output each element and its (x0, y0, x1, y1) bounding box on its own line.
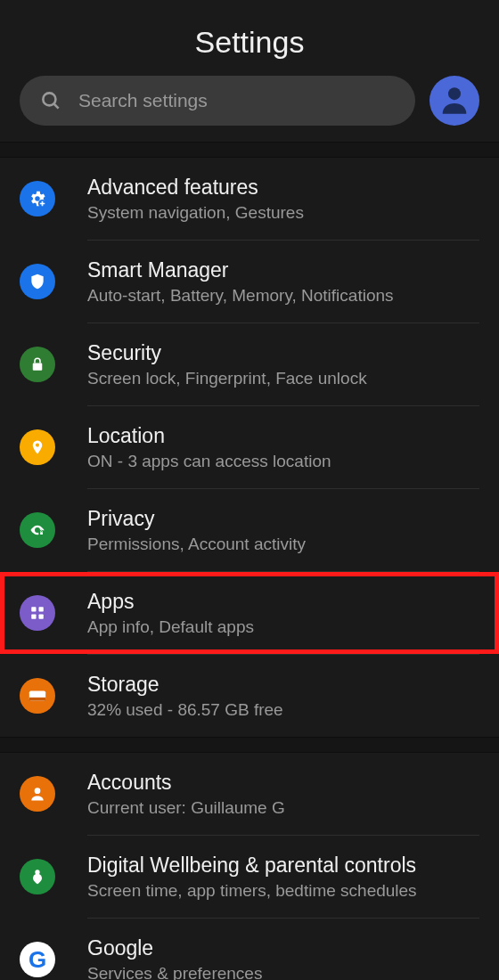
settings-item-accounts[interactable]: Accounts Current user: Guillaume G (0, 753, 499, 835)
row-text: Security Screen lock, Fingerprint, Face … (87, 341, 479, 388)
svg-rect-12 (29, 698, 45, 701)
row-subtitle: Screen time, app timers, bedtime schedul… (87, 881, 479, 901)
svg-rect-10 (39, 615, 44, 619)
row-text: Privacy Permissions, Account activity (87, 507, 479, 554)
settings-item-location[interactable]: Location ON - 3 apps can access location (0, 406, 499, 488)
row-text: Apps App info, Default apps (87, 590, 479, 637)
settings-item-storage[interactable]: Storage 32% used - 86.57 GB free (0, 655, 499, 737)
location-pin-icon (20, 429, 55, 465)
search-placeholder: Search settings (78, 90, 208, 111)
group-separator (0, 737, 499, 753)
row-subtitle: Services & preferences (87, 964, 479, 981)
row-text: Smart Manager Auto-start, Battery, Memor… (87, 258, 479, 306)
row-subtitle: ON - 3 apps can access location (87, 452, 479, 471)
row-title: Digital Wellbeing & parental controls (87, 853, 479, 878)
group-separator (0, 142, 499, 158)
settings-item-apps[interactable]: Apps App info, Default apps (0, 572, 499, 654)
svg-line-1 (53, 103, 58, 108)
wellbeing-icon (20, 859, 55, 894)
search-row: Search settings (0, 76, 499, 142)
settings-item-privacy[interactable]: Privacy Permissions, Account activity (0, 489, 499, 571)
row-subtitle: Current user: Guillaume G (87, 798, 479, 818)
svg-rect-8 (39, 607, 44, 611)
row-subtitle: Auto-start, Battery, Memory, Notificatio… (87, 286, 479, 306)
svg-point-2 (448, 87, 461, 100)
eye-lock-icon (20, 512, 55, 548)
header: Settings (0, 0, 499, 76)
row-title: Security (87, 341, 479, 365)
settings-item-smart-manager[interactable]: Smart Manager Auto-start, Battery, Memor… (0, 241, 499, 323)
row-text: Accounts Current user: Guillaume G (87, 771, 479, 818)
person-icon (437, 81, 472, 120)
row-subtitle: Permissions, Account activity (87, 535, 479, 554)
row-subtitle: System navigation, Gestures (87, 203, 479, 223)
svg-rect-6 (40, 532, 43, 535)
svg-rect-7 (31, 607, 36, 611)
svg-point-13 (35, 788, 41, 794)
settings-item-google[interactable]: G Google Services & preferences (0, 919, 499, 980)
row-text: Digital Wellbeing & parental controls Sc… (87, 853, 479, 901)
row-subtitle: App info, Default apps (87, 617, 479, 637)
apps-grid-icon (20, 595, 55, 631)
row-text: Google Services & preferences (87, 936, 479, 981)
row-title: Google (87, 936, 479, 960)
shield-icon (20, 264, 55, 299)
row-title: Accounts (87, 771, 479, 795)
row-title: Advanced features (87, 176, 479, 200)
row-title: Storage (87, 673, 479, 697)
row-subtitle: Screen lock, Fingerprint, Face unlock (87, 369, 479, 388)
gear-plus-icon (20, 181, 55, 216)
svg-rect-9 (31, 615, 36, 619)
row-title: Apps (87, 590, 479, 614)
row-text: Storage 32% used - 86.57 GB free (87, 673, 479, 720)
page-title: Settings (0, 25, 499, 60)
row-subtitle: 32% used - 86.57 GB free (87, 700, 479, 720)
settings-item-security[interactable]: Security Screen lock, Fingerprint, Face … (0, 323, 499, 405)
row-text: Location ON - 3 apps can access location (87, 424, 479, 471)
row-title: Smart Manager (87, 258, 479, 282)
svg-rect-4 (33, 363, 43, 371)
row-title: Location (87, 424, 479, 448)
lock-icon (20, 347, 55, 382)
row-text: Advanced features System navigation, Ges… (87, 176, 479, 223)
row-title: Privacy (87, 507, 479, 531)
storage-icon (20, 678, 55, 714)
svg-point-0 (43, 93, 55, 105)
settings-item-advanced-features[interactable]: Advanced features System navigation, Ges… (0, 158, 499, 240)
profile-avatar[interactable] (429, 76, 479, 126)
search-input[interactable]: Search settings (20, 76, 415, 126)
search-icon (39, 89, 62, 112)
settings-item-digital-wellbeing[interactable]: Digital Wellbeing & parental controls Sc… (0, 836, 499, 918)
google-icon: G (20, 942, 55, 977)
person-icon (20, 776, 55, 812)
